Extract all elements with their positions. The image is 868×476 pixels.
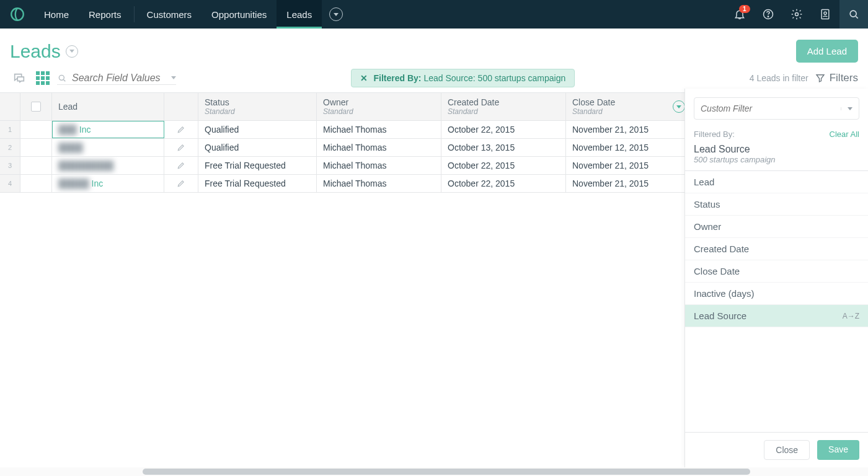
select-all-checkbox[interactable] <box>31 102 41 112</box>
nav-reports[interactable]: Reports <box>79 0 131 29</box>
row-checkbox-cell <box>20 157 52 174</box>
nav-leads[interactable]: Leads <box>277 0 322 29</box>
filter-fields-list: LeadStatusOwnerCreated DateClose DateIna… <box>685 171 868 432</box>
cell-close: November 21, 2015 <box>566 157 691 174</box>
notifications-icon[interactable]: 1 <box>725 0 754 29</box>
clear-all-button[interactable]: Clear All <box>830 130 859 139</box>
notification-badge: 1 <box>739 5 750 13</box>
page-header: Leads Add Lead <box>0 29 868 69</box>
filter-field-lead-source[interactable]: Lead SourceA→Z <box>685 305 868 327</box>
cell-status: Free Trial Requested <box>198 175 317 192</box>
lead-name[interactable]: ████ <box>52 139 164 156</box>
column-close[interactable]: Close DateStandard <box>566 93 691 120</box>
column-created[interactable]: Created DateStandard <box>441 93 566 120</box>
lead-name[interactable]: ███Inc <box>52 121 164 138</box>
row-number: 3 <box>0 157 20 174</box>
custom-filter-chevron-icon[interactable] <box>841 107 859 110</box>
nav-customers[interactable]: Customers <box>137 0 202 29</box>
row-number: 2 <box>0 139 20 156</box>
cell-close: November 21, 2015 <box>566 121 691 138</box>
active-filter[interactable]: Lead Source 500 startups campaign <box>685 144 868 171</box>
active-filter-pill: ✕ Filtered By: Lead Source: 500 startups… <box>351 69 575 87</box>
contact-icon[interactable] <box>811 0 839 29</box>
search-input[interactable] <box>71 72 166 84</box>
svg-point-2 <box>768 16 768 17</box>
cell-status: Qualified <box>198 139 317 156</box>
svg-point-3 <box>795 13 799 16</box>
filter-field-inactive-days-[interactable]: Inactive (days) <box>685 283 868 305</box>
filter-field-owner[interactable]: Owner <box>685 216 868 238</box>
custom-filter-input[interactable] <box>694 104 841 113</box>
cell-created: October 22, 2015 <box>441 157 566 174</box>
column-sort-icon[interactable] <box>673 100 685 113</box>
cell-owner: Michael Thomas <box>317 139 441 156</box>
sort-badge: A→Z <box>843 312 859 320</box>
edit-row-icon[interactable] <box>164 157 198 174</box>
nav-opportunities[interactable]: Opportunities <box>202 0 277 29</box>
lead-name[interactable]: █████Inc <box>52 175 164 192</box>
cell-status: Qualified <box>198 121 317 138</box>
comments-icon[interactable] <box>10 70 29 86</box>
filters-panel: Filtered By: Clear All Lead Source 500 s… <box>684 89 868 467</box>
cell-created: October 22, 2015 <box>441 121 566 138</box>
row-checkbox-cell <box>20 139 52 156</box>
filters-label: Filters <box>830 72 858 84</box>
filter-field-status[interactable]: Status <box>685 193 868 216</box>
edit-row-icon[interactable] <box>164 175 198 192</box>
column-status[interactable]: StatusStandard <box>198 93 317 120</box>
close-button[interactable]: Close <box>764 440 810 460</box>
lead-name[interactable]: █████████ <box>52 157 164 174</box>
filter-count: 4 Leads in filter <box>750 73 808 83</box>
filter-field-created-date[interactable]: Created Date <box>685 238 868 260</box>
header-checkbox <box>20 93 52 120</box>
page-title: Leads <box>10 41 78 62</box>
save-button[interactable]: Save <box>817 440 859 460</box>
page-title-text: Leads <box>10 41 61 62</box>
add-lead-button[interactable]: Add Lead <box>796 40 858 63</box>
filters-toggle[interactable]: Filters <box>815 72 858 84</box>
cell-created: October 13, 2015 <box>441 139 566 156</box>
clear-filter-icon[interactable]: ✕ <box>360 73 368 83</box>
filter-pill-prefix: Filtered By: <box>374 73 422 83</box>
help-icon[interactable] <box>754 0 782 29</box>
nav-home[interactable]: Home <box>34 0 79 29</box>
filter-field-lead[interactable]: Lead <box>685 171 868 193</box>
cell-status: Free Trial Requested <box>198 157 317 174</box>
title-chevron-icon[interactable] <box>66 45 78 58</box>
column-owner[interactable]: OwnerStandard <box>317 93 441 120</box>
row-checkbox-cell <box>20 121 52 138</box>
cell-owner: Michael Thomas <box>317 175 441 192</box>
top-nav: HomeReportsCustomersOpportunitiesLeads 1 <box>0 0 868 29</box>
row-checkbox-cell <box>20 175 52 192</box>
active-filter-field: Lead Source <box>694 144 859 155</box>
edit-row-icon[interactable] <box>164 139 198 156</box>
row-number: 4 <box>0 175 20 192</box>
search-chevron-icon[interactable] <box>171 76 176 79</box>
row-number: 1 <box>0 121 20 138</box>
custom-filter-select[interactable] <box>694 97 859 120</box>
filter-field-close-date[interactable]: Close Date <box>685 260 868 283</box>
active-filter-value: 500 startups campaign <box>694 155 859 164</box>
cell-close: November 21, 2015 <box>566 175 691 192</box>
svg-point-7 <box>59 75 64 80</box>
cell-owner: Michael Thomas <box>317 157 441 174</box>
settings-icon[interactable] <box>782 0 811 29</box>
cell-close: November 12, 2015 <box>566 139 691 156</box>
header-row-number <box>0 93 20 120</box>
svg-point-5 <box>824 12 826 14</box>
nav-more[interactable] <box>322 0 350 29</box>
horizontal-scrollbar[interactable] <box>0 467 868 476</box>
svg-point-6 <box>850 11 856 17</box>
edit-row-icon[interactable] <box>164 121 198 138</box>
filter-pill-value: Lead Source: 500 startups campaign <box>423 73 565 83</box>
apps-icon[interactable] <box>33 70 52 86</box>
svg-point-0 <box>11 8 24 20</box>
column-lead[interactable]: Lead <box>52 93 164 120</box>
app-logo[interactable] <box>0 0 34 29</box>
search-icon[interactable] <box>839 0 868 29</box>
column-edit <box>164 93 198 120</box>
search-field[interactable] <box>57 72 176 85</box>
cell-owner: Michael Thomas <box>317 121 441 138</box>
filtered-by-label: Filtered By: <box>694 130 735 139</box>
cell-created: October 22, 2015 <box>441 175 566 192</box>
